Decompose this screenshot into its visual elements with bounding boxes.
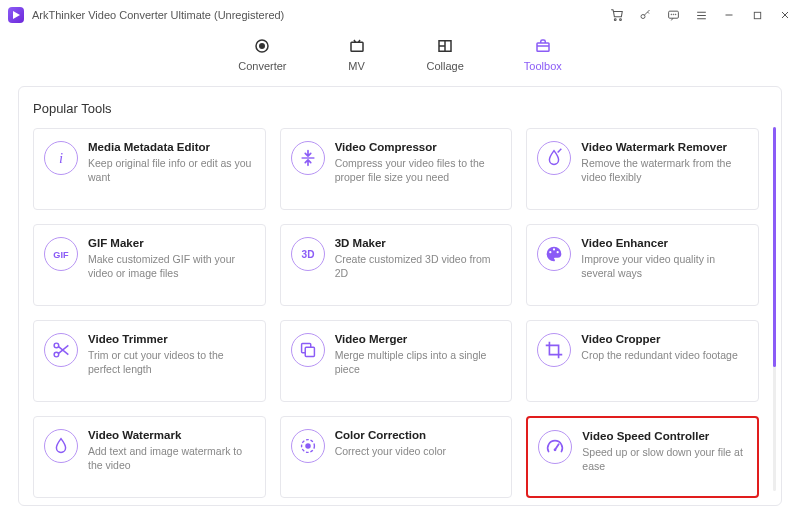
tool-title: GIF Maker [88,237,255,249]
tool-text: Color CorrectionCorrect your video color [335,429,502,458]
drop-icon [44,429,78,463]
svg-point-2 [620,19,622,21]
app-logo-icon [8,7,24,23]
minimize-button[interactable] [722,8,736,22]
tool-title: Video Enhancer [581,237,748,249]
tab-mv[interactable]: MV [347,36,367,72]
svg-rect-11 [351,42,363,51]
tool-card[interactable]: Video TrimmerTrim or cut your videos to … [33,320,266,402]
tool-title: Video Speed Controller [582,430,747,442]
gauge-icon [538,430,572,464]
svg-point-6 [673,14,674,15]
tool-title: Color Correction [335,429,502,441]
tool-title: Media Metadata Editor [88,141,255,153]
tab-label: Toolbox [524,60,562,72]
window-title: ArkThinker Video Converter Ultimate (Unr… [32,9,284,21]
compress-icon [291,141,325,175]
toolbox-panel: Popular Tools Media Metadata EditorKeep … [18,86,782,506]
tool-text: Video TrimmerTrim or cut your videos to … [88,333,255,376]
tool-desc: Improve your video quality in several wa… [581,252,748,280]
tool-desc: Remove the watermark from the video flex… [581,156,748,184]
tool-card[interactable]: Video Watermark RemoverRemove the waterm… [526,128,759,210]
section-title: Popular Tools [33,101,767,116]
svg-point-7 [675,14,676,15]
3d-icon [291,237,325,271]
menu-icon[interactable] [694,8,708,22]
main-tabs: Converter MV Collage Toolbox [0,30,800,82]
svg-point-5 [671,14,672,15]
tool-desc: Speed up or slow down your file at ease [582,445,747,473]
tool-text: Video WatermarkAdd text and image waterm… [88,429,255,472]
tool-desc: Create customized 3D video from 2D [335,252,502,280]
scrollbar-thumb[interactable] [773,127,776,367]
cart-icon[interactable] [610,8,624,22]
tab-label: Collage [427,60,464,72]
tools-grid: Media Metadata EditorKeep original file … [33,128,767,498]
tool-desc: Keep original file info or edit as you w… [88,156,255,184]
tool-title: Video Watermark Remover [581,141,748,153]
close-button[interactable] [778,8,792,22]
tool-desc: Merge multiple clips into a single piece [335,348,502,376]
tool-card[interactable]: GIF MakerMake customized GIF with your v… [33,224,266,306]
tool-card[interactable]: Color CorrectionCorrect your video color [280,416,513,498]
tool-desc: Trim or cut your videos to the perfect l… [88,348,255,376]
tool-desc: Add text and image watermark to the vide… [88,444,255,472]
feedback-icon[interactable] [666,8,680,22]
merge-icon [291,333,325,367]
svg-point-1 [614,19,616,21]
tool-title: Video Trimmer [88,333,255,345]
info-icon [44,141,78,175]
tool-desc: Correct your video color [335,444,502,458]
tab-collage[interactable]: Collage [427,36,464,72]
drop-remove-icon [537,141,571,175]
svg-marker-0 [13,11,20,19]
tool-text: Video MergerMerge multiple clips into a … [335,333,502,376]
tool-text: Video CropperCrop the redundant video fo… [581,333,748,362]
tab-label: MV [348,60,365,72]
title-bar: ArkThinker Video Converter Ultimate (Unr… [0,0,800,30]
gif-icon [44,237,78,271]
svg-rect-13 [537,43,549,51]
tool-desc: Make customized GIF with your video or i… [88,252,255,280]
tool-card[interactable]: Video CompressorCompress your video file… [280,128,513,210]
svg-point-10 [260,44,265,49]
tool-card[interactable]: Video MergerMerge multiple clips into a … [280,320,513,402]
crop-icon [537,333,571,367]
color-icon [291,429,325,463]
tool-text: Video EnhancerImprove your video quality… [581,237,748,280]
tool-card[interactable]: 3D MakerCreate customized 3D video from … [280,224,513,306]
toolbox-icon [533,36,553,56]
tool-text: GIF MakerMake customized GIF with your v… [88,237,255,280]
scissors-icon [44,333,78,367]
tool-text: 3D MakerCreate customized 3D video from … [335,237,502,280]
maximize-button[interactable] [750,8,764,22]
tool-title: Video Compressor [335,141,502,153]
collage-icon [435,36,455,56]
converter-icon [252,36,272,56]
tool-title: Video Cropper [581,333,748,345]
window-controls [610,8,792,22]
tool-card[interactable]: Video CropperCrop the redundant video fo… [526,320,759,402]
tool-text: Video Speed ControllerSpeed up or slow d… [582,430,747,473]
tool-text: Video CompressorCompress your video file… [335,141,502,184]
tab-toolbox[interactable]: Toolbox [524,36,562,72]
key-icon[interactable] [638,8,652,22]
mv-icon [347,36,367,56]
palette-icon [537,237,571,271]
tool-card[interactable]: Video WatermarkAdd text and image waterm… [33,416,266,498]
tool-desc: Compress your video files to the proper … [335,156,502,184]
tool-card[interactable]: Media Metadata EditorKeep original file … [33,128,266,210]
tool-text: Video Watermark RemoverRemove the waterm… [581,141,748,184]
tool-title: Video Watermark [88,429,255,441]
tab-label: Converter [238,60,286,72]
tab-converter[interactable]: Converter [238,36,286,72]
tool-title: Video Merger [335,333,502,345]
tool-title: 3D Maker [335,237,502,249]
svg-rect-8 [754,12,760,18]
tool-card[interactable]: Video Speed ControllerSpeed up or slow d… [526,416,759,498]
tool-desc: Crop the redundant video footage [581,348,748,362]
tool-text: Media Metadata EditorKeep original file … [88,141,255,184]
tool-card[interactable]: Video EnhancerImprove your video quality… [526,224,759,306]
